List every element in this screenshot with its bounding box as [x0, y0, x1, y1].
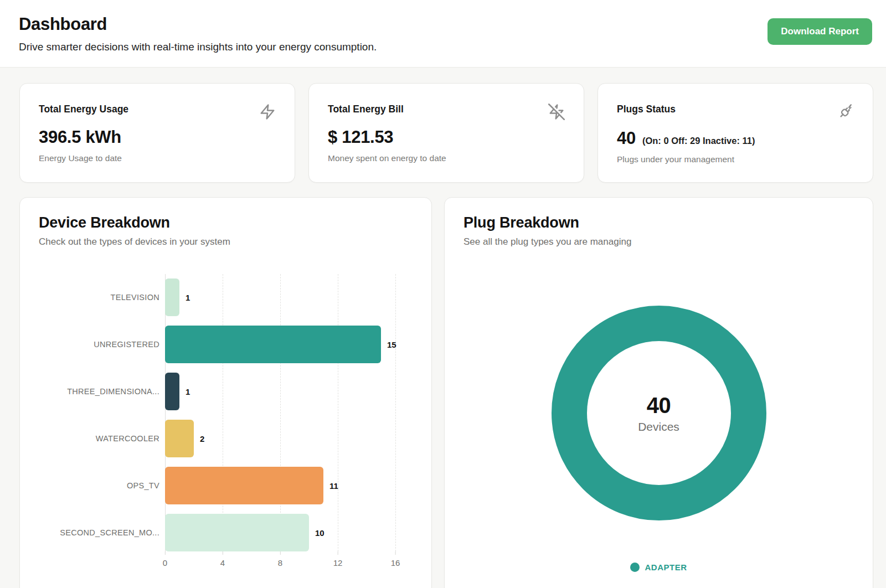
stat-detail: (On: 0 Off: 29 Inactive: 11) [642, 136, 755, 146]
donut-legend: ADAPTER [630, 563, 687, 572]
x-tick-0: 0 [163, 551, 167, 568]
page-header: Dashboard Drive smarter decisions with r… [0, 0, 886, 68]
page-subtitle: Drive smarter decisions with real-time i… [19, 41, 377, 53]
plug-breakdown-subtitle: See all the plug types you are managing [463, 236, 854, 247]
bar-segment[interactable] [165, 514, 309, 551]
download-report-button[interactable]: Download Report [767, 18, 872, 45]
bar-row: TELEVISION1 [39, 278, 413, 316]
bar-value-label: 2 [200, 434, 204, 443]
bar-plot-area: 11 [165, 467, 395, 504]
donut-ring[interactable]: 40 Devices [552, 306, 766, 520]
donut-center-value: 40 [638, 393, 679, 418]
bar-value-label: 1 [186, 293, 190, 302]
stat-value: $ 121.53 [328, 127, 393, 147]
bar-value-label: 15 [387, 340, 396, 349]
bar-row: THREE_DIMENSIONA...1 [39, 373, 413, 410]
bar-segment[interactable] [165, 420, 194, 457]
stat-caption: Energy Usage to date [39, 153, 276, 163]
bar-plot-area: 2 [165, 420, 395, 457]
lightning-icon [259, 104, 276, 120]
header-text: Dashboard Drive smarter decisions with r… [19, 14, 377, 53]
bar-category-label: SECOND_SCREEN_MO... [39, 528, 165, 537]
bar-category-label: WATERCOOLER [39, 434, 165, 443]
x-tick-8: 8 [278, 551, 282, 568]
page-title: Dashboard [19, 14, 377, 34]
device-breakdown-title: Device Breakdown [39, 214, 413, 231]
stat-title: Total Energy Usage [39, 104, 128, 115]
bar-row: SECOND_SCREEN_MO...10 [39, 514, 413, 551]
bar-category-label: OPS_TV [39, 481, 165, 490]
stat-caption: Money spent on energy to date [328, 153, 565, 163]
bar-row: WATERCOOLER2 [39, 420, 413, 457]
plug-spark-icon [836, 104, 854, 121]
stat-card-total-energy-usage: Total Energy Usage 396.5 kWh Energy Usag… [19, 83, 295, 183]
bar-value-label: 11 [329, 481, 338, 491]
stat-title: Total Energy Bill [328, 104, 404, 115]
bar-segment[interactable] [165, 278, 179, 316]
lightning-off-icon [548, 104, 565, 120]
legend-dot [630, 563, 640, 572]
plug-breakdown-card: Plug Breakdown See all the plug types yo… [444, 197, 873, 588]
stats-row: Total Energy Usage 396.5 kWh Energy Usag… [0, 68, 886, 183]
stat-card-plugs-status: Plugs Status 40 (On: 0 Off: 29 Inactive:… [597, 83, 873, 183]
bar-segment[interactable] [165, 467, 323, 504]
donut-center-label: Devices [638, 420, 679, 434]
device-breakdown-chart: TELEVISION1UNREGISTERED15THREE_DIMENSION… [39, 274, 413, 570]
device-breakdown-card: Device Breakdown Check out the types of … [19, 197, 432, 588]
plug-breakdown-title: Plug Breakdown [463, 214, 854, 231]
plug-breakdown-chart: 40 Devices ADAPTER [463, 247, 854, 572]
legend-label: ADAPTER [645, 563, 687, 572]
x-tick-16: 16 [391, 551, 400, 568]
x-tick-4: 4 [220, 551, 225, 568]
stat-card-total-energy-bill: Total Energy Bill $ 121.53 Money spent o… [308, 83, 584, 183]
bar-segment[interactable] [165, 326, 381, 363]
bar-plot-area: 15 [165, 326, 395, 363]
bar-category-label: UNREGISTERED [39, 340, 165, 349]
device-breakdown-subtitle: Check out the types of devices in your s… [39, 236, 413, 247]
bar-row: OPS_TV11 [39, 467, 413, 504]
bar-value-label: 1 [186, 387, 190, 396]
donut-center: 40 Devices [638, 393, 679, 434]
bar-category-label: THREE_DIMENSIONA... [39, 387, 165, 396]
stat-value: 396.5 kWh [39, 127, 121, 147]
bar-plot-area: 1 [165, 373, 395, 410]
bar-row: UNREGISTERED15 [39, 326, 413, 363]
stat-title: Plugs Status [617, 104, 676, 115]
stat-value: 40 [617, 128, 636, 148]
bar-plot-area: 1 [165, 278, 395, 316]
legend-item-adapter[interactable]: ADAPTER [630, 563, 687, 572]
charts-row: Device Breakdown Check out the types of … [0, 183, 886, 588]
bar-value-label: 10 [315, 528, 324, 538]
chart-x-axis: 0481216 [165, 551, 395, 570]
bar-segment[interactable] [165, 373, 179, 410]
bar-plot-area: 10 [165, 514, 395, 551]
x-tick-12: 12 [333, 551, 343, 568]
bar-category-label: TELEVISION [39, 293, 165, 302]
stat-caption: Plugs under your management [617, 154, 854, 164]
